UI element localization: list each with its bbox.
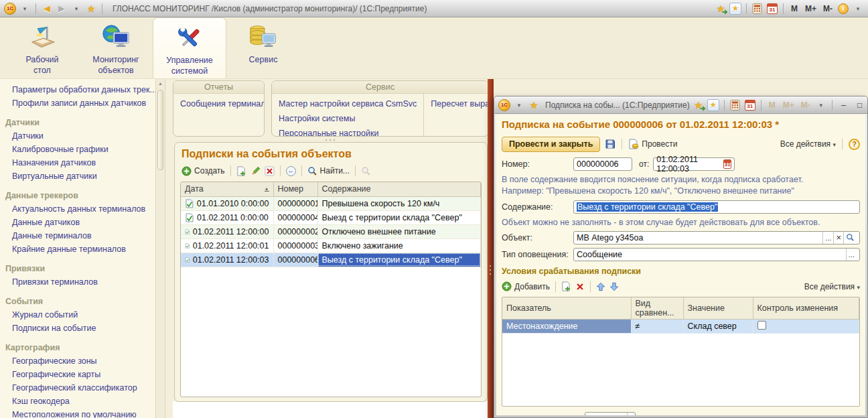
- sidebar-item[interactable]: Датчики: [0, 129, 155, 143]
- copy-condition-button[interactable]: [561, 281, 571, 291]
- sidebar-item[interactable]: Подписки на событие: [0, 322, 155, 335]
- link-csmsvc-wizard[interactable]: Мастер настройки сервиса CsmSvc: [279, 97, 417, 112]
- post-and-close-button[interactable]: Провести и закрыть: [502, 137, 600, 152]
- more-caret-icon[interactable]: ▾: [852, 3, 864, 15]
- favorites-star-icon[interactable]: ★: [85, 3, 97, 15]
- object-open-icon[interactable]: [843, 232, 857, 244]
- find-button[interactable]: Найти...: [307, 166, 350, 176]
- all-actions-button[interactable]: Все действия ▾: [780, 139, 836, 149]
- link-terminal-messages[interactable]: Сообщения терминала: [180, 97, 257, 112]
- section-system-management[interactable]: Управление системой: [153, 17, 226, 78]
- duration-spinner[interactable]: ▲ ▼: [627, 413, 634, 415]
- table-row[interactable]: 01.02.2011 0:00:00 000000004 Выезд с тер…: [181, 210, 481, 224]
- table-row[interactable]: 01.01.2010 0:00:00 000000001 Превышена с…: [181, 196, 481, 210]
- memory-button[interactable]: M: [788, 3, 800, 15]
- sidebar-item[interactable]: Привязки терминалов: [0, 275, 155, 289]
- main-menu-caret-icon[interactable]: ▾: [19, 3, 31, 15]
- scroll-up-icon[interactable]: ▲: [156, 79, 165, 86]
- delete-condition-button[interactable]: [575, 282, 585, 291]
- sidebar-item[interactable]: Местоположения по умолчанию: [0, 408, 155, 418]
- sidebar-item[interactable]: Географические карты: [0, 368, 155, 381]
- splitter-grip[interactable]: [490, 265, 491, 267]
- section-desktop[interactable]: Рабочий стол: [5, 17, 79, 78]
- table-row-selected[interactable]: 01.02.2011 12:00:03 000000006 Выезд с те…: [181, 253, 481, 267]
- cond-column-indicator[interactable]: Показатель: [502, 297, 631, 320]
- delete-button[interactable]: [265, 166, 275, 176]
- content-input[interactable]: Выезд с территории склада "Север": [573, 200, 860, 214]
- sidebar-item[interactable]: Калибровочные графики: [0, 143, 155, 156]
- calculator-icon[interactable]: [751, 3, 764, 15]
- calendar-icon[interactable]: 31: [766, 3, 778, 15]
- save-button[interactable]: [605, 139, 616, 149]
- calculator-icon[interactable]: [729, 99, 741, 111]
- table-row[interactable]: 01.02.2011 12:00:00 000000002 Отключено …: [181, 224, 481, 238]
- date-picker-icon[interactable]: 31: [723, 159, 731, 169]
- section-monitoring[interactable]: Мониторинг объектов: [79, 17, 153, 78]
- column-header-content[interactable]: Содержание: [317, 182, 481, 196]
- goto-link-icon[interactable]: ★: [715, 3, 727, 15]
- sidebar-item[interactable]: Кэш геокодера: [0, 395, 155, 408]
- sidebar-scrollbar[interactable]: ▲: [155, 79, 165, 418]
- link-system-settings[interactable]: Настройки системы: [279, 112, 417, 127]
- sidebar-item[interactable]: Профили записи данных датчиков: [0, 96, 155, 110]
- column-header-date[interactable]: Дата▲: [181, 182, 273, 196]
- notify-type-input[interactable]: Сообщение ...: [573, 248, 860, 261]
- sidebar-item[interactable]: Данные терминалов: [0, 229, 155, 242]
- condition-row[interactable]: Местонахождение ≠ Склад север: [502, 319, 859, 333]
- cond-column-comparison[interactable]: Вид сравнен...: [631, 297, 683, 320]
- sidebar-item[interactable]: Актуальность данных терминалов: [0, 202, 155, 216]
- maximize-button[interactable]: □: [853, 100, 867, 110]
- calendar-icon[interactable]: 31: [744, 99, 756, 111]
- clear-find-button[interactable]: [361, 166, 371, 176]
- edit-button[interactable]: [250, 166, 261, 176]
- notify-type-select-button[interactable]: ...: [846, 249, 857, 261]
- duration-input[interactable]: 0 ▲ ▼: [585, 412, 636, 415]
- column-header-number[interactable]: Номер: [273, 182, 317, 196]
- minimize-button[interactable]: –: [837, 100, 851, 110]
- add-favorite-icon[interactable]: ★: [729, 3, 741, 15]
- link-personal-settings[interactable]: Персональные настройки: [279, 127, 417, 137]
- sidebar-item[interactable]: Журнал событий: [0, 308, 155, 322]
- section-service[interactable]: Сервис: [226, 17, 300, 78]
- set-interval-icon[interactable]: ↔: [286, 166, 296, 176]
- conditions-all-actions-button[interactable]: Все действия ▾: [804, 282, 860, 291]
- sidebar-item[interactable]: Данные датчиков: [0, 216, 155, 229]
- object-input[interactable]: МВ Atego у345оа ... ×: [573, 231, 860, 245]
- 1c-logo-icon[interactable]: 1С: [4, 3, 16, 15]
- dialog-menu-caret-icon[interactable]: ▾: [513, 99, 525, 111]
- back-icon[interactable]: ◀: [41, 3, 53, 15]
- sidebar-item[interactable]: Географический классификатор: [0, 381, 155, 395]
- history-caret-icon[interactable]: ▾: [70, 3, 82, 15]
- dialog-titlebar[interactable]: 1С ▾ ★ Подписка на собы... (1С:Предприят…: [494, 96, 867, 114]
- post-button[interactable]: Провести: [628, 139, 677, 149]
- add-condition-button[interactable]: Добавить: [502, 281, 550, 291]
- link-recalc-output[interactable]: Пересчет выработки: [431, 97, 489, 112]
- table-row[interactable]: 01.02.2011 12:00:01 000000003 Включено з…: [181, 238, 481, 253]
- sidebar-item[interactable]: Назначения датчиков: [0, 156, 155, 169]
- date-input[interactable]: 01.02.2011 12:00:0331: [653, 157, 735, 171]
- number-input[interactable]: 000000006: [573, 157, 632, 171]
- cond-column-control[interactable]: Контроль изменения: [753, 297, 859, 320]
- memory-minus-button[interactable]: M-: [821, 3, 835, 15]
- move-down-button[interactable]: [609, 282, 619, 291]
- copy-button[interactable]: [236, 166, 246, 176]
- sidebar-item[interactable]: Крайние данные терминалов: [0, 242, 155, 256]
- forward-icon[interactable]: ▶: [56, 3, 68, 15]
- splitter-grip[interactable]: [326, 139, 327, 141]
- sidebar-item[interactable]: Параметры обработки данных трек...: [0, 83, 155, 96]
- goto-link-icon[interactable]: ★: [693, 99, 705, 111]
- add-favorite-icon[interactable]: ★: [707, 99, 719, 111]
- spin-up-icon[interactable]: ▲: [628, 414, 634, 415]
- move-up-button[interactable]: [596, 282, 605, 291]
- more-caret-icon[interactable]: ▾: [815, 99, 827, 111]
- control-checkbox[interactable]: [757, 321, 766, 330]
- favorites-star-icon[interactable]: ★: [528, 99, 540, 111]
- info-icon[interactable]: i: [837, 3, 849, 15]
- memory-plus-button[interactable]: M+: [803, 3, 818, 15]
- create-button[interactable]: Создать: [182, 166, 225, 176]
- sidebar-item[interactable]: Виртуальные датчики: [0, 169, 155, 183]
- cond-column-value[interactable]: Значение: [683, 297, 753, 320]
- object-clear-icon[interactable]: ×: [833, 232, 843, 244]
- scrollbar-thumb[interactable]: [157, 90, 163, 170]
- sidebar-item[interactable]: Географические зоны: [0, 354, 155, 368]
